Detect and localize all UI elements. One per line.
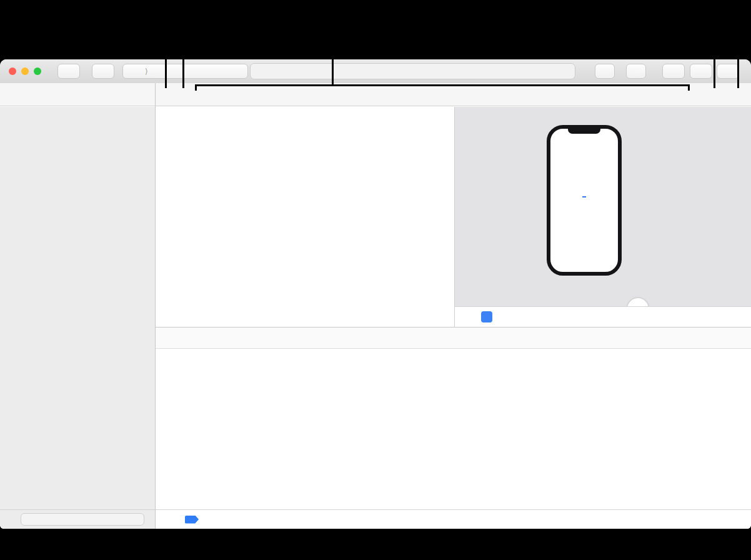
toggle-navigator-button[interactable] [662, 64, 685, 79]
callout-line-jumpbar [332, 59, 334, 86]
callout-line-expand [182, 59, 184, 88]
preview-canvas [455, 107, 751, 306]
toggle-debug-area-button[interactable] [690, 64, 712, 79]
navigator-and-jumpbar-row [0, 83, 751, 106]
preview-bottom-bar [455, 306, 751, 327]
target-icon [128, 64, 139, 79]
recents-icon[interactable] [121, 512, 130, 527]
scheme-selector[interactable]: ⟩ [122, 64, 248, 79]
navigator-filter-bar [0, 509, 155, 529]
phone-notch [568, 128, 600, 134]
device-preview [547, 125, 622, 276]
filter-input[interactable] [35, 514, 119, 524]
scheme-separator: ⟩ [145, 67, 148, 76]
toggle-inspector-button[interactable] [717, 64, 739, 79]
toolbar: ⟩ [0, 59, 751, 84]
callout-bracket-jumpbar [195, 84, 690, 86]
minimize-window-button[interactable] [21, 68, 29, 75]
callout-line-add-editor [737, 59, 739, 88]
version-editor-button[interactable] [626, 64, 646, 79]
callout-line-choose-options [714, 59, 715, 88]
callout-line-remove [165, 59, 167, 88]
preview-text-element[interactable] [582, 196, 586, 198]
device-icon [151, 64, 161, 79]
run-button[interactable] [57, 64, 80, 79]
library-add-button[interactable] [595, 64, 615, 79]
sidebar-divider[interactable] [155, 83, 156, 529]
activity-viewer[interactable] [250, 63, 575, 79]
pin-icon[interactable] [464, 309, 476, 324]
text-element-badge [481, 311, 492, 322]
callout-bracket-tick-right [688, 84, 690, 91]
callout-bracket-tick-left [195, 84, 197, 91]
breakpoints-enabled-icon[interactable] [185, 516, 199, 524]
bottom-editor-source[interactable] [156, 349, 751, 509]
editor-bottom-bar [156, 509, 751, 529]
navigator-tab-bar [3, 83, 155, 106]
filter-icon [24, 512, 33, 527]
screenshot-root: { "annotations": { "remove": "Remove the… [0, 0, 751, 560]
top-editor-source[interactable] [156, 108, 454, 327]
close-window-button[interactable] [9, 68, 16, 75]
file-tree [0, 107, 155, 109]
bottom-editor-jump-bar [156, 327, 751, 349]
stop-button[interactable] [92, 64, 114, 79]
toggle-debug-bar-icon[interactable] [162, 513, 175, 526]
xcode-window: ⟩ [0, 59, 751, 529]
project-navigator [0, 107, 155, 509]
source-control-filter-icon[interactable] [132, 512, 141, 527]
filter-field[interactable] [21, 513, 144, 526]
zoom-window-button[interactable] [34, 68, 41, 75]
top-editor-jump-bar [156, 83, 751, 106]
